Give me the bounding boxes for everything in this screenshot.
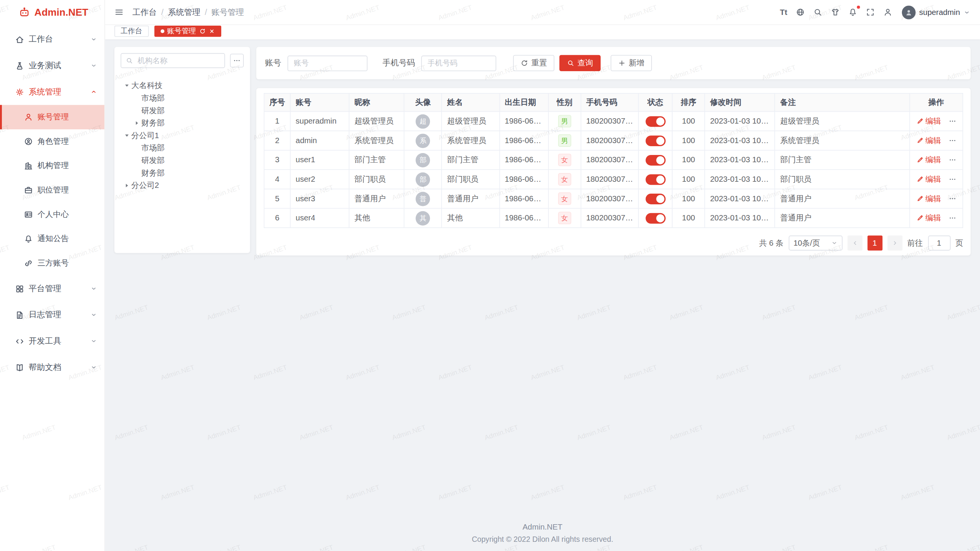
tree-node[interactable]: 市场部 bbox=[121, 142, 244, 155]
table-row: 3 user1 部门主管 部 部门主管 1986-06-28 女 1802003… bbox=[264, 150, 963, 170]
language-icon[interactable] bbox=[795, 8, 805, 17]
logo[interactable]: Admin.NET bbox=[0, 0, 105, 25]
tree-more-button[interactable] bbox=[230, 54, 244, 67]
user-menu[interactable]: superadmin bbox=[902, 5, 970, 19]
theme-icon[interactable] bbox=[830, 8, 840, 17]
status-toggle[interactable] bbox=[645, 213, 665, 223]
tree-node[interactable]: 市场部 bbox=[121, 92, 244, 104]
cell-gender: 女 bbox=[548, 170, 581, 189]
page-size-select[interactable]: 10条/页 bbox=[789, 236, 842, 251]
cell-no: 1 bbox=[264, 111, 291, 131]
tree-node-label: 分公司1 bbox=[131, 130, 159, 141]
user-icon[interactable] bbox=[883, 8, 892, 17]
table-row: 6 user4 其他 其 其他 1986-06-28 女 18020030720 bbox=[264, 208, 963, 228]
more-actions-button[interactable] bbox=[949, 117, 957, 125]
gear-icon bbox=[15, 87, 24, 96]
sidebar-item-notice[interactable]: 通知公告 bbox=[0, 227, 105, 251]
breadcrumb-item[interactable]: 系统管理 bbox=[168, 7, 201, 18]
cell-actions: 编辑 bbox=[910, 150, 963, 170]
sidebar-item-personal-center[interactable]: 个人中心 bbox=[0, 202, 105, 227]
column-header: 昵称 bbox=[349, 93, 404, 111]
more-actions-button[interactable] bbox=[949, 156, 957, 164]
tab-account-management[interactable]: 账号管理 bbox=[154, 25, 221, 36]
tree-node-label: 研发部 bbox=[141, 105, 165, 116]
edit-button[interactable]: 编辑 bbox=[916, 116, 941, 127]
tree-node[interactable]: 分公司1 bbox=[121, 129, 244, 142]
sidebar-item-role-management[interactable]: 角色管理 bbox=[0, 129, 105, 154]
cell-nickname: 部门主管 bbox=[349, 150, 404, 170]
sidebar-item-platform-management[interactable]: 平台管理 bbox=[0, 276, 105, 302]
sidebar-item-system-management[interactable]: 系统管理 bbox=[0, 79, 105, 105]
sidebar-item-business-test[interactable]: 业务测试 bbox=[0, 52, 105, 79]
breadcrumb-separator: / bbox=[161, 8, 163, 17]
user-icon bbox=[24, 112, 33, 122]
prev-page-button[interactable] bbox=[847, 236, 862, 251]
column-header: 状态 bbox=[639, 93, 672, 111]
phone-input[interactable] bbox=[421, 55, 496, 71]
tree-node[interactable]: 研发部 bbox=[121, 154, 244, 167]
main-column: 工作台 / 系统管理 / 账号管理 Tt superadmin bbox=[105, 0, 980, 551]
reset-button[interactable]: 重置 bbox=[513, 55, 554, 71]
cell-actions: 编辑 bbox=[910, 131, 963, 150]
sidebar-item-help-docs[interactable]: 帮助文档 bbox=[0, 354, 105, 381]
next-page-button[interactable] bbox=[887, 236, 902, 251]
caret-placeholder bbox=[132, 169, 141, 177]
tab-workbench[interactable]: 工作台 bbox=[114, 25, 149, 36]
org-name-search-input[interactable] bbox=[121, 53, 225, 68]
tree-node[interactable]: 财务部 bbox=[121, 167, 244, 179]
edit-button[interactable]: 编辑 bbox=[916, 174, 941, 185]
sidebar-item-log-management[interactable]: 日志管理 bbox=[0, 302, 105, 328]
sidebar-item-workbench[interactable]: 工作台 bbox=[0, 26, 105, 53]
tree-node[interactable]: 财务部 bbox=[121, 117, 244, 129]
current-page-button[interactable]: 1 bbox=[867, 236, 882, 251]
status-toggle[interactable] bbox=[645, 155, 665, 165]
status-toggle[interactable] bbox=[645, 116, 665, 127]
sidebar-item-third-party-account[interactable]: 三方账号 bbox=[0, 251, 105, 276]
breadcrumb-item[interactable]: 工作台 bbox=[132, 7, 157, 18]
cell-sort: 100 bbox=[672, 170, 705, 189]
close-icon[interactable] bbox=[208, 28, 214, 34]
page-size-value: 10条/页 bbox=[794, 238, 820, 248]
edit-button[interactable]: 编辑 bbox=[916, 213, 941, 223]
sidebar-item-position-management[interactable]: 职位管理 bbox=[0, 178, 105, 202]
more-actions-button[interactable] bbox=[949, 176, 957, 183]
cell-avatar: 其 bbox=[404, 208, 442, 228]
cell-modified-time: 2023-01-03 10:59:44 bbox=[705, 189, 775, 209]
app: Admin.NET 工作台 业务测试 系统管理 账号管理 bbox=[0, 0, 980, 551]
more-actions-button[interactable] bbox=[949, 137, 957, 145]
more-actions-button[interactable] bbox=[949, 195, 957, 202]
edit-label: 编辑 bbox=[925, 135, 941, 146]
status-toggle[interactable] bbox=[645, 135, 665, 146]
notification-icon[interactable] bbox=[848, 8, 857, 17]
hamburger-icon[interactable] bbox=[114, 8, 124, 17]
cell-actions: 编辑 bbox=[910, 189, 963, 209]
goto-label: 前往 bbox=[907, 238, 923, 248]
toggle-knob bbox=[656, 175, 664, 183]
tree-node[interactable]: 研发部 bbox=[121, 104, 244, 117]
search-icon[interactable] bbox=[813, 8, 822, 17]
cell-name: 超级管理员 bbox=[442, 111, 499, 131]
edit-button[interactable]: 编辑 bbox=[916, 155, 941, 165]
sidebar-item-account-management[interactable]: 账号管理 bbox=[0, 105, 105, 129]
sidebar-item-dev-tools[interactable]: 开发工具 bbox=[0, 328, 105, 354]
add-button[interactable]: 新增 bbox=[611, 55, 652, 71]
status-toggle[interactable] bbox=[645, 174, 665, 185]
fullscreen-icon[interactable] bbox=[866, 8, 875, 17]
cell-no: 6 bbox=[264, 208, 291, 228]
font-size-icon[interactable]: Tt bbox=[780, 8, 787, 16]
caret-right-icon bbox=[122, 182, 131, 189]
more-actions-button[interactable] bbox=[949, 214, 957, 222]
edit-button[interactable]: 编辑 bbox=[916, 193, 941, 204]
goto-page-input[interactable] bbox=[928, 236, 951, 251]
edit-button[interactable]: 编辑 bbox=[916, 135, 941, 146]
account-input[interactable] bbox=[287, 55, 368, 71]
search-button[interactable]: 查询 bbox=[559, 55, 601, 71]
status-toggle[interactable] bbox=[645, 193, 665, 204]
tree-node[interactable]: 分公司2 bbox=[121, 179, 244, 192]
sidebar-item-org-management[interactable]: 机构管理 bbox=[0, 154, 105, 178]
column-header: 序号 bbox=[264, 93, 291, 111]
table-row: 4 user2 部门职员 部 部门职员 1986-06-28 女 1802003… bbox=[264, 170, 963, 189]
refresh-icon[interactable] bbox=[199, 28, 205, 34]
cell-birthdate: 1986-06-28 bbox=[500, 150, 549, 170]
tree-node[interactable]: 大名科技 bbox=[121, 79, 244, 92]
